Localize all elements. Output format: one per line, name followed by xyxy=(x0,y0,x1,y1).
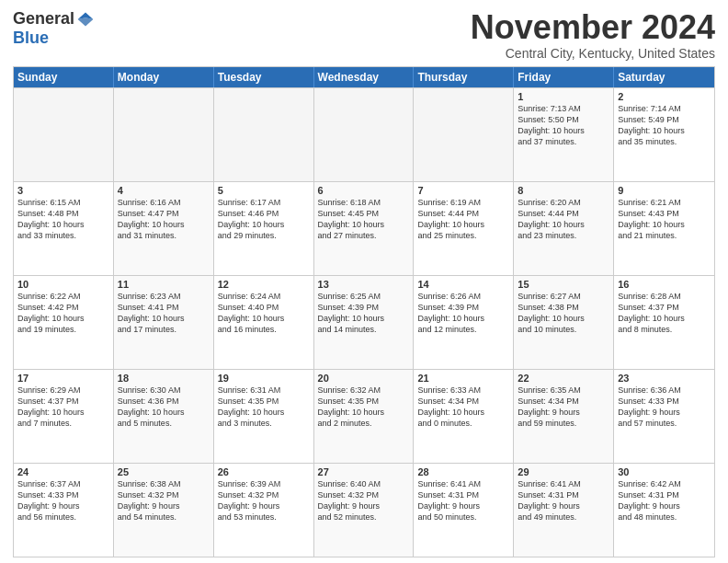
cal-cell-2-4: 14Sunrise: 6:26 AM Sunset: 4:39 PM Dayli… xyxy=(414,276,514,369)
day-info-2-0: Sunrise: 6:22 AM Sunset: 4:42 PM Dayligh… xyxy=(17,291,109,336)
day-info-3-1: Sunrise: 6:30 AM Sunset: 4:36 PM Dayligh… xyxy=(118,385,210,430)
cal-cell-3-2: 19Sunrise: 6:31 AM Sunset: 4:35 PM Dayli… xyxy=(214,370,314,463)
day-info-3-5: Sunrise: 6:35 AM Sunset: 4:34 PM Dayligh… xyxy=(518,385,609,430)
day-num-3-4: 21 xyxy=(417,373,509,384)
cal-cell-0-3 xyxy=(314,88,415,181)
day-num-3-5: 22 xyxy=(518,373,609,384)
day-info-2-2: Sunrise: 6:24 AM Sunset: 4:40 PM Dayligh… xyxy=(218,291,310,336)
day-num-0-6: 2 xyxy=(618,91,711,102)
day-info-1-2: Sunrise: 6:17 AM Sunset: 4:46 PM Dayligh… xyxy=(218,197,310,242)
day-num-2-5: 15 xyxy=(518,279,609,290)
day-info-3-0: Sunrise: 6:29 AM Sunset: 4:37 PM Dayligh… xyxy=(17,385,109,430)
day-num-4-1: 25 xyxy=(118,466,210,477)
header-wednesday: Wednesday xyxy=(314,67,415,87)
day-info-0-5: Sunrise: 7:13 AM Sunset: 5:50 PM Dayligh… xyxy=(518,103,609,148)
cal-cell-3-5: 22Sunrise: 6:35 AM Sunset: 4:34 PM Dayli… xyxy=(514,370,614,463)
page: General Blue November 2024 Central City,… xyxy=(0,0,728,563)
day-num-2-0: 10 xyxy=(17,279,109,290)
cal-cell-2-1: 11Sunrise: 6:23 AM Sunset: 4:41 PM Dayli… xyxy=(114,276,214,369)
cal-cell-0-0 xyxy=(14,88,114,181)
day-num-3-1: 18 xyxy=(118,373,210,384)
cal-cell-2-3: 13Sunrise: 6:25 AM Sunset: 4:39 PM Dayli… xyxy=(314,276,415,369)
day-info-2-4: Sunrise: 6:26 AM Sunset: 4:39 PM Dayligh… xyxy=(417,291,509,336)
day-info-4-1: Sunrise: 6:38 AM Sunset: 4:32 PM Dayligh… xyxy=(118,478,210,523)
week-row-0: 1Sunrise: 7:13 AM Sunset: 5:50 PM Daylig… xyxy=(14,87,714,181)
day-num-4-6: 30 xyxy=(618,466,711,477)
cal-cell-0-4 xyxy=(414,88,514,181)
svg-marker-1 xyxy=(78,17,94,26)
location: Central City, Kentucky, United States xyxy=(471,46,715,61)
cal-cell-1-1: 4Sunrise: 6:16 AM Sunset: 4:47 PM Daylig… xyxy=(114,182,214,275)
header-friday: Friday xyxy=(514,67,614,87)
day-info-1-1: Sunrise: 6:16 AM Sunset: 4:47 PM Dayligh… xyxy=(118,197,210,242)
day-info-3-4: Sunrise: 6:33 AM Sunset: 4:34 PM Dayligh… xyxy=(417,385,509,430)
day-num-4-0: 24 xyxy=(17,466,109,477)
day-info-3-2: Sunrise: 6:31 AM Sunset: 4:35 PM Dayligh… xyxy=(218,385,310,430)
day-num-1-5: 8 xyxy=(518,185,609,196)
day-info-4-2: Sunrise: 6:39 AM Sunset: 4:32 PM Dayligh… xyxy=(218,478,310,523)
day-info-1-4: Sunrise: 6:19 AM Sunset: 4:44 PM Dayligh… xyxy=(417,197,509,242)
day-num-4-4: 28 xyxy=(417,466,509,477)
day-info-2-6: Sunrise: 6:28 AM Sunset: 4:37 PM Dayligh… xyxy=(618,291,711,336)
day-num-3-2: 19 xyxy=(218,373,310,384)
logo-blue-text: Blue xyxy=(13,29,49,47)
day-info-0-6: Sunrise: 7:14 AM Sunset: 5:49 PM Dayligh… xyxy=(618,103,711,148)
cal-cell-0-2 xyxy=(214,88,314,181)
header-right: November 2024 Central City, Kentucky, Un… xyxy=(471,9,715,61)
logo: General Blue xyxy=(13,9,95,48)
cal-cell-1-0: 3Sunrise: 6:15 AM Sunset: 4:48 PM Daylig… xyxy=(14,182,114,275)
day-info-3-3: Sunrise: 6:32 AM Sunset: 4:35 PM Dayligh… xyxy=(318,385,410,430)
logo-general-text: General xyxy=(13,9,74,29)
calendar: Sunday Monday Tuesday Wednesday Thursday… xyxy=(13,66,715,557)
cal-cell-3-4: 21Sunrise: 6:33 AM Sunset: 4:34 PM Dayli… xyxy=(414,370,514,463)
day-num-4-3: 27 xyxy=(318,466,410,477)
month-title: November 2024 xyxy=(471,9,715,46)
day-num-1-2: 5 xyxy=(218,185,310,196)
cal-cell-1-2: 5Sunrise: 6:17 AM Sunset: 4:46 PM Daylig… xyxy=(214,182,314,275)
header: General Blue November 2024 Central City,… xyxy=(13,9,715,61)
header-thursday: Thursday xyxy=(414,67,514,87)
day-info-4-3: Sunrise: 6:40 AM Sunset: 4:32 PM Dayligh… xyxy=(318,478,410,523)
cal-cell-4-2: 26Sunrise: 6:39 AM Sunset: 4:32 PM Dayli… xyxy=(214,464,314,557)
cal-cell-2-5: 15Sunrise: 6:27 AM Sunset: 4:38 PM Dayli… xyxy=(514,276,614,369)
cal-cell-2-2: 12Sunrise: 6:24 AM Sunset: 4:40 PM Dayli… xyxy=(214,276,314,369)
day-num-1-0: 3 xyxy=(17,185,109,196)
day-info-4-4: Sunrise: 6:41 AM Sunset: 4:31 PM Dayligh… xyxy=(417,478,509,523)
cal-cell-2-6: 16Sunrise: 6:28 AM Sunset: 4:37 PM Dayli… xyxy=(614,276,714,369)
header-saturday: Saturday xyxy=(614,67,714,87)
day-info-2-5: Sunrise: 6:27 AM Sunset: 4:38 PM Dayligh… xyxy=(518,291,609,336)
cal-cell-1-5: 8Sunrise: 6:20 AM Sunset: 4:44 PM Daylig… xyxy=(514,182,614,275)
header-tuesday: Tuesday xyxy=(214,67,314,87)
calendar-body: 1Sunrise: 7:13 AM Sunset: 5:50 PM Daylig… xyxy=(14,87,714,557)
day-num-2-3: 13 xyxy=(318,279,410,290)
day-num-4-5: 29 xyxy=(518,466,609,477)
cal-cell-2-0: 10Sunrise: 6:22 AM Sunset: 4:42 PM Dayli… xyxy=(14,276,114,369)
day-num-3-0: 17 xyxy=(17,373,109,384)
week-row-2: 10Sunrise: 6:22 AM Sunset: 4:42 PM Dayli… xyxy=(14,275,714,369)
day-info-2-3: Sunrise: 6:25 AM Sunset: 4:39 PM Dayligh… xyxy=(318,291,410,336)
cal-cell-3-0: 17Sunrise: 6:29 AM Sunset: 4:37 PM Dayli… xyxy=(14,370,114,463)
week-row-4: 24Sunrise: 6:37 AM Sunset: 4:33 PM Dayli… xyxy=(14,463,714,557)
logo-icon xyxy=(76,10,95,29)
day-num-1-6: 9 xyxy=(618,185,711,196)
day-num-1-3: 6 xyxy=(318,185,410,196)
cal-cell-1-3: 6Sunrise: 6:18 AM Sunset: 4:45 PM Daylig… xyxy=(314,182,415,275)
day-info-1-0: Sunrise: 6:15 AM Sunset: 4:48 PM Dayligh… xyxy=(17,197,109,242)
cal-cell-4-6: 30Sunrise: 6:42 AM Sunset: 4:31 PM Dayli… xyxy=(614,464,714,557)
day-info-3-6: Sunrise: 6:36 AM Sunset: 4:33 PM Dayligh… xyxy=(618,385,711,430)
day-info-1-3: Sunrise: 6:18 AM Sunset: 4:45 PM Dayligh… xyxy=(318,197,410,242)
cal-cell-4-1: 25Sunrise: 6:38 AM Sunset: 4:32 PM Dayli… xyxy=(114,464,214,557)
day-info-4-5: Sunrise: 6:41 AM Sunset: 4:31 PM Dayligh… xyxy=(518,478,609,523)
day-num-2-6: 16 xyxy=(618,279,711,290)
day-num-0-5: 1 xyxy=(518,91,609,102)
cal-cell-0-1 xyxy=(114,88,214,181)
cal-cell-3-3: 20Sunrise: 6:32 AM Sunset: 4:35 PM Dayli… xyxy=(314,370,415,463)
day-info-2-1: Sunrise: 6:23 AM Sunset: 4:41 PM Dayligh… xyxy=(118,291,210,336)
cal-cell-4-5: 29Sunrise: 6:41 AM Sunset: 4:31 PM Dayli… xyxy=(514,464,614,557)
day-info-1-6: Sunrise: 6:21 AM Sunset: 4:43 PM Dayligh… xyxy=(618,197,711,242)
week-row-1: 3Sunrise: 6:15 AM Sunset: 4:48 PM Daylig… xyxy=(14,181,714,275)
day-info-4-0: Sunrise: 6:37 AM Sunset: 4:33 PM Dayligh… xyxy=(17,478,109,523)
day-info-4-6: Sunrise: 6:42 AM Sunset: 4:31 PM Dayligh… xyxy=(618,478,711,523)
day-num-2-1: 11 xyxy=(118,279,210,290)
cal-cell-3-1: 18Sunrise: 6:30 AM Sunset: 4:36 PM Dayli… xyxy=(114,370,214,463)
